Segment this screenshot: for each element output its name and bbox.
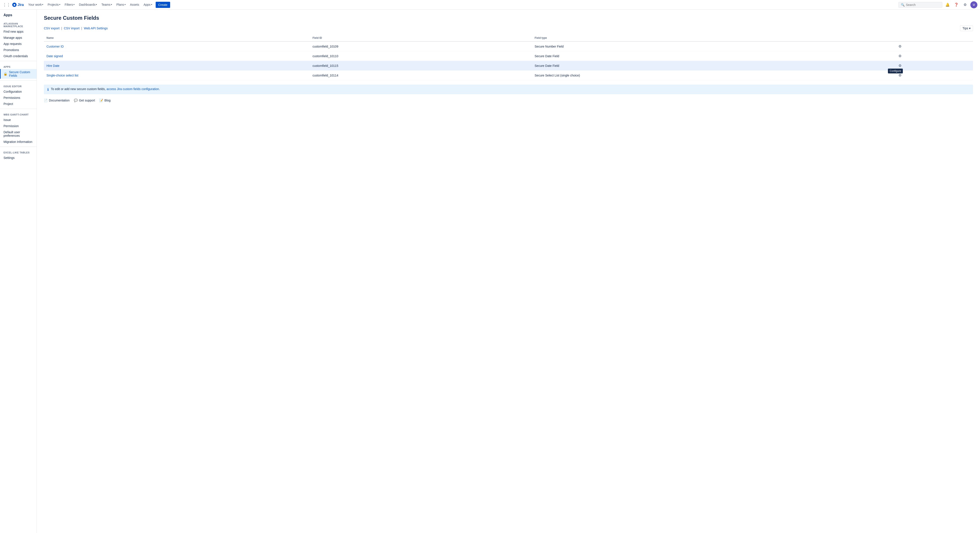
web-api-settings-link[interactable]: Web API Settings [84,27,108,30]
sidebar-item-configuration[interactable]: Configuration [0,89,37,95]
csv-export-link[interactable]: CSV export [44,27,60,30]
info-text-before: To edit or add new secure custom fields, [51,87,107,91]
sidebar-item-manage-apps[interactable]: Manage apps [0,35,37,41]
notifications-button[interactable]: 🔔 [944,1,951,8]
nav-apps[interactable]: Apps ▾ [142,0,154,10]
row-0-name: Customer ID [44,41,310,51]
row-0-field-type: Secure Number Field [532,41,895,51]
configure-button-1[interactable]: ⚙ [897,54,903,59]
col-actions [894,35,973,41]
col-field-type: Field type [532,35,895,41]
tips-label: Tips [963,27,968,30]
info-icon: ℹ [47,87,49,92]
sidebar-divider-3 [0,109,37,109]
sidebar-item-project[interactable]: Project [0,101,37,107]
nav-plans-chevron: ▾ [124,3,126,6]
sidebar-section-wbs: WBS GANTT-CHART [0,111,37,117]
configure-button-0[interactable]: ⚙ [897,44,903,49]
tips-button[interactable]: Tips ▾ [960,25,973,31]
nav-projects[interactable]: Projects ▾ [46,0,62,10]
blog-link[interactable]: 📝 Blog [99,98,110,102]
help-button[interactable]: ❓ [953,1,960,8]
nav-apps-label: Apps [143,3,151,6]
blog-label: Blog [104,98,110,102]
page-title: Secure Custom Fields [44,15,973,21]
nav-teams-chevron: ▾ [111,3,112,6]
info-link[interactable]: access Jira custom fields configuration. [107,87,160,91]
documentation-icon: 📄 [44,98,48,102]
documentation-link[interactable]: 📄 Documentation [44,98,70,102]
configure-button-2[interactable]: ⚙ [897,63,903,68]
nav-plans-label: Plans [116,3,124,6]
row-0-field-id: customfield_10109 [310,41,532,51]
field-name-link-2[interactable]: Hire Date [46,64,59,68]
tips-chevron-icon: ▾ [969,27,970,30]
sidebar-item-secure-custom-fields[interactable]: 🔒 Secure Custom Fields [0,69,37,79]
field-name-link-3[interactable]: Single-choice select list [46,74,78,77]
avatar[interactable]: U [970,1,977,8]
field-name-link-1[interactable]: Date signed [46,54,63,58]
support-icon: 💬 [74,98,78,102]
toolbar: CSV export | CSV import | Web API Settin… [44,25,973,31]
main-content: Secure Custom Fields CSV export | CSV im… [37,10,980,533]
blog-icon: 📝 [99,98,103,102]
sidebar-item-promotions[interactable]: Promotions [0,47,37,53]
nav-right: 🔍 🔔 ❓ ⚙ U [899,1,977,8]
row-2-field-id: customfield_10115 [310,61,532,71]
row-1-name: Date signed [44,51,310,61]
nav-filters-chevron: ▾ [73,3,75,6]
sidebar-item-migration-information[interactable]: Migration Information [0,139,37,145]
settings-button[interactable]: ⚙ [962,1,969,8]
row-2-field-type: Secure Date Field [532,61,895,71]
sidebar-section-issue-editor: ISSUE EDITOR [0,82,37,89]
jira-logo[interactable]: Jira [12,3,24,7]
sidebar-section-apps: APPS [0,63,37,69]
field-name-link-0[interactable]: Customer ID [46,45,64,48]
secure-fields-icon: 🔒 [3,72,7,76]
search-input[interactable] [906,3,940,6]
get-support-label: Get support [79,98,95,102]
row-2-actions: ⚙ Configure [894,61,973,71]
nav-plans[interactable]: Plans ▾ [115,0,127,10]
toolbar-sep-1: | [61,27,62,30]
configure-button-3[interactable]: ⚙ [897,73,903,78]
table-row: Date signed customfield_10110 Secure Dat… [44,51,973,61]
row-2-name: Hire Date [44,61,310,71]
sidebar-section-excel-tables: EXCEL-LIKE TABLES [0,149,37,155]
sidebar-item-find-new-apps[interactable]: Find new apps [0,29,37,35]
navbar: ⋮⋮ Jira Your work ▾ Projects ▾ Filters ▾… [0,0,980,10]
sidebar-item-permission[interactable]: Permission [0,123,37,129]
row-3-actions: ⚙ [894,71,973,80]
sidebar-item-issue[interactable]: Issue [0,117,37,123]
table-body: Customer ID customfield_10109 Secure Num… [44,41,973,80]
row-0-actions: ⚙ [894,41,973,51]
get-support-link[interactable]: 💬 Get support [74,98,95,102]
row-3-field-id: customfield_10114 [310,71,532,80]
sidebar-item-oauth-credentials[interactable]: OAuth credentials [0,53,37,59]
configure-tooltip-wrapper: ⚙ Configure [897,63,903,68]
nav-filters[interactable]: Filters ▾ [63,0,76,10]
table-header: Name Field ID Field type [44,35,973,41]
sidebar-item-settings[interactable]: Settings [0,155,37,161]
nav-dashboards[interactable]: Dashboards ▾ [77,0,99,10]
sidebar-divider-1 [0,61,37,61]
nav-dashboards-chevron: ▾ [96,3,97,6]
sidebar-title: Apps [0,13,37,20]
nav-teams[interactable]: Teams ▾ [100,0,114,10]
documentation-label: Documentation [49,98,70,102]
row-1-field-id: customfield_10110 [310,51,532,61]
nav-assets[interactable]: Assets [128,0,141,10]
nav-your-work[interactable]: Your work ▾ [26,0,45,10]
page-layout: Apps ATLASSIAN MARKETPLACE Find new apps… [0,10,980,533]
footer-links: 📄 Documentation 💬 Get support 📝 Blog [44,98,973,102]
search-box[interactable]: 🔍 [899,2,942,8]
toolbar-sep-2: | [81,27,82,30]
grid-icon[interactable]: ⋮⋮ [3,2,11,7]
sidebar-item-default-user-preferences[interactable]: Default user preferences [0,129,37,139]
create-button[interactable]: Create [156,2,170,8]
sidebar-item-permissions[interactable]: Permissions [0,95,37,101]
sidebar: Apps ATLASSIAN MARKETPLACE Find new apps… [0,10,37,533]
nav-projects-chevron: ▾ [59,3,60,6]
csv-import-link[interactable]: CSV import [64,27,80,30]
sidebar-item-app-requests[interactable]: App requests [0,41,37,47]
